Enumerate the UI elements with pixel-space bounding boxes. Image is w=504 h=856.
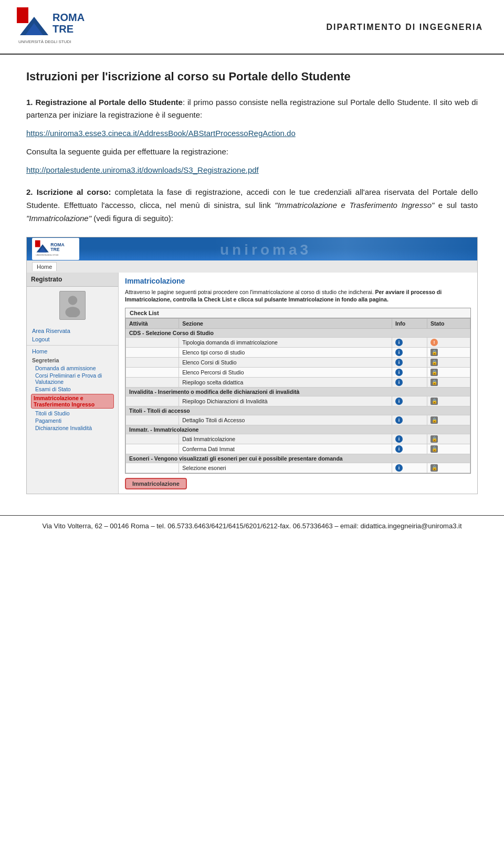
page-title: Istruzioni per l'iscrizione al corso su … xyxy=(26,69,478,85)
registration-link[interactable]: https://uniroma3.esse3.cineca.it/Address… xyxy=(26,129,296,138)
sidebar-link-4[interactable]: Titoli di Studio xyxy=(27,410,118,417)
info-icon: i xyxy=(395,464,403,472)
col-stato: Stato xyxy=(427,318,470,328)
info-icon: i xyxy=(395,416,403,424)
immatricolazione-btn-container: Immatricolazione xyxy=(125,474,471,489)
sim-intro-text: Attraverso le pagine seguenti potrai pro… xyxy=(125,288,471,304)
screenshot-container: ROMA TRE UNIVERSITÀ DEGLI STUDI uniroma3… xyxy=(26,237,478,494)
section-1-text2: Consulta la seguente guida per effettuar… xyxy=(26,145,478,159)
table-row: Elenco Corsi di Studio i 🔒 xyxy=(126,357,470,367)
col-info: Info xyxy=(392,318,427,328)
lock-icon: 🔒 xyxy=(430,349,438,356)
university-logo: ROMA TRE UNIVERSITÀ DEGLI STUDI xyxy=(16,6,113,48)
lock-icon: 🔒 xyxy=(430,369,438,376)
sim-main-title: Immatricolazione xyxy=(125,277,471,285)
svg-text:TRE: TRE xyxy=(52,23,74,35)
info-icon: i xyxy=(395,435,403,443)
warn-icon: ! xyxy=(430,339,438,346)
lock-icon: 🔒 xyxy=(430,416,438,424)
lock-icon: 🔒 xyxy=(430,464,438,472)
sim-nav-bar: Home xyxy=(27,260,477,273)
sim-nav-home[interactable]: Home xyxy=(32,262,57,271)
info-icon: i xyxy=(395,398,403,405)
sidebar-divider-1 xyxy=(27,345,118,346)
table-row: Titoli - Titoli di accesso xyxy=(126,406,470,415)
svg-text:UNIVERSITÀ DEGLI STUDI: UNIVERSITÀ DEGLI STUDI xyxy=(18,39,71,44)
svg-text:UNIVERSITÀ DEGLI STUDI: UNIVERSITÀ DEGLI STUDI xyxy=(36,254,58,256)
table-header-row: Attività Sezione Info Stato xyxy=(126,318,470,328)
sim-logo-icon: ROMA TRE UNIVERSITÀ DEGLI STUDI xyxy=(35,239,77,258)
sim-checklist-table: Attività Sezione Info Stato CDS - Selezi… xyxy=(125,318,470,473)
sim-checklist-box: Check List Attività Sezione Info Stato xyxy=(125,308,471,474)
sidebar-link-3[interactable]: Immatricolazione e Trasferimento Ingress… xyxy=(31,394,114,409)
info-icon: i xyxy=(395,445,403,453)
sim-body: Registrato Area Riservata Logout Home Se… xyxy=(27,273,477,494)
main-content: Istruzioni per l'iscrizione al corso su … xyxy=(0,55,504,510)
sidebar-link-2[interactable]: Esami di Stato xyxy=(27,385,118,393)
table-row: Selezione esoneri i 🔒 xyxy=(126,463,470,473)
section-1-number: 1. xyxy=(26,98,33,107)
sidebar-home[interactable]: Home xyxy=(27,347,118,356)
col-activity: Attività xyxy=(126,318,179,328)
sidebar-link-5[interactable]: Pagamenti xyxy=(27,417,118,424)
sidebar-link-0[interactable]: Domanda di ammissione xyxy=(27,364,118,372)
section-2-number: 2. xyxy=(26,187,33,196)
logo-area: ROMA TRE UNIVERSITÀ DEGLI STUDI xyxy=(16,6,113,48)
table-row: Elenco Percorsi di Studio i 🔒 xyxy=(126,367,470,377)
info-icon: i xyxy=(395,379,403,386)
sim-checklist-title: Check List xyxy=(125,308,470,318)
sim-topbar: ROMA TRE UNIVERSITÀ DEGLI STUDI uniroma3 xyxy=(27,237,477,260)
info-icon: i xyxy=(395,349,403,356)
sidebar-area-riservata[interactable]: Area Riservata xyxy=(27,327,118,335)
sim-sidebar-links: Area Riservata Logout Home Segreteria Do… xyxy=(27,324,118,434)
table-row: Riepilogo Dichiarazioni di Invalidità i … xyxy=(126,396,470,406)
avatar-icon xyxy=(64,294,82,317)
col-section: Sezione xyxy=(179,318,392,328)
section-2: 2. Iscrizione al corso: completata la fa… xyxy=(26,186,478,225)
sim-main-area: Immatricolazione Attraverso le pagine se… xyxy=(119,273,477,494)
footer: Via Vito Volterra, 62 – 00146 Roma – tel… xyxy=(0,515,504,536)
header: ROMA TRE UNIVERSITÀ DEGLI STUDI DIPARTIM… xyxy=(0,0,504,55)
table-row: Immatr. - Immatricolazione xyxy=(126,425,470,434)
sidebar-logout[interactable]: Logout xyxy=(27,335,118,343)
svg-text:ROMA: ROMA xyxy=(50,242,64,247)
svg-point-16 xyxy=(68,296,77,305)
sidebar-link-1[interactable]: Corsi Preliminari e Prova di Valutazione xyxy=(27,372,118,385)
table-row: Tipologia domanda di immatricolazione i … xyxy=(126,337,470,347)
table-row: Esoneri - Vengono visualizzati gli esone… xyxy=(126,454,470,463)
lock-icon: 🔒 xyxy=(430,379,438,386)
info-icon: i xyxy=(395,359,403,366)
table-row: Invalidita - Inserimento o modifica dell… xyxy=(126,387,470,396)
table-row: Dati Immatricolazione i 🔒 xyxy=(126,434,470,444)
info-icon: i xyxy=(395,339,403,346)
table-row: Dettaglio Titoli di Accesso i 🔒 xyxy=(126,415,470,425)
table-row: Elenco tipi corso di studio i 🔒 xyxy=(126,347,470,357)
sim-avatar xyxy=(59,291,86,320)
table-row: CDS - Selezione Corso di Studio xyxy=(126,328,470,337)
svg-text:ROMA: ROMA xyxy=(52,12,85,23)
svg-text:TRE: TRE xyxy=(50,247,59,252)
lock-icon: 🔒 xyxy=(430,359,438,366)
table-row: Riepilogo scelta didattica i 🔒 xyxy=(126,377,470,387)
dept-title: DIPARTIMENTO DI INGEGNERIA xyxy=(326,23,483,32)
lock-icon: 🔒 xyxy=(430,398,438,405)
sidebar-segreteria: Segreteria xyxy=(27,356,118,364)
sim-browser: ROMA TRE UNIVERSITÀ DEGLI STUDI uniroma3… xyxy=(27,237,477,494)
sim-sidebar: Registrato Area Riservata Logout Home Se… xyxy=(27,273,119,494)
section-2-label: Iscrizione al corso: xyxy=(37,187,111,196)
section-1: 1. Registrazione al Portale dello Studen… xyxy=(26,96,478,177)
svg-point-17 xyxy=(65,307,80,317)
guide-link[interactable]: http://portalestudente.uniroma3.it/downl… xyxy=(26,165,259,174)
sidebar-link-6[interactable]: Dichiarazione Invalidità xyxy=(27,424,118,432)
table-row: Conferma Dati Immat i 🔒 xyxy=(126,444,470,454)
lock-icon: 🔒 xyxy=(430,445,438,453)
lock-icon: 🔒 xyxy=(430,435,438,443)
footer-address: Via Vito Volterra, 62 – 00146 Roma – tel… xyxy=(42,522,461,530)
sim-registrato-label: Registrato xyxy=(27,273,118,287)
immatricolazione-button[interactable]: Immatricolazione xyxy=(125,478,187,489)
info-icon: i xyxy=(395,369,403,376)
sim-logo-box: ROMA TRE UNIVERSITÀ DEGLI STUDI xyxy=(32,238,79,260)
section-1-label: Registrazione al Portale dello Studente xyxy=(35,98,182,107)
